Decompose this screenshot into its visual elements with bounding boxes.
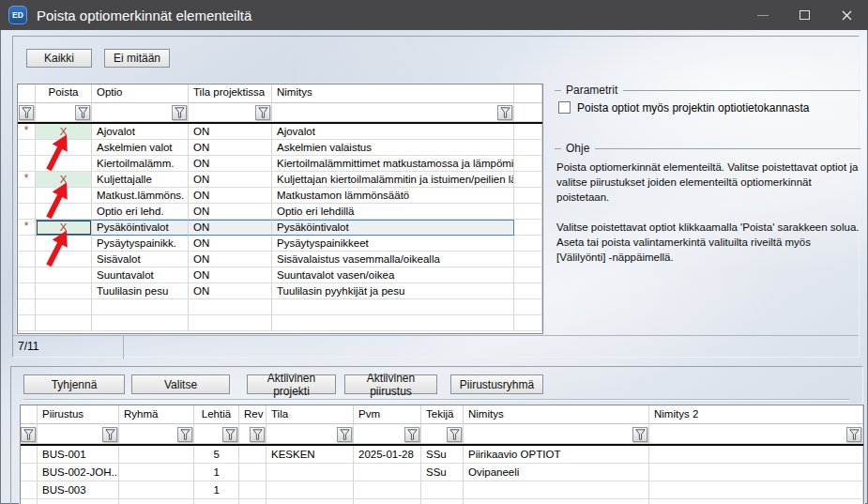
column-header[interactable]: Nimitys xyxy=(272,84,514,103)
row-marker[interactable]: * xyxy=(18,124,36,140)
table-cell[interactable] xyxy=(18,283,36,299)
table-cell[interactable] xyxy=(18,188,36,204)
filter-cell[interactable] xyxy=(38,424,119,444)
table-cell[interactable] xyxy=(119,481,194,499)
filter-button[interactable] xyxy=(222,427,237,442)
table-cell[interactable]: Kiertoilmalämmittimet matkustamossa ja l… xyxy=(272,156,514,172)
column-header[interactable]: Poista xyxy=(36,84,92,103)
row-marker[interactable]: * xyxy=(18,172,36,188)
table-cell[interactable]: Pysäköintivalot xyxy=(92,220,189,236)
table-cell[interactable]: Optio eri lehd. xyxy=(92,204,189,220)
filter-cell[interactable] xyxy=(21,424,38,444)
minimize-button[interactable] xyxy=(741,0,784,30)
table-cell[interactable] xyxy=(18,156,36,172)
table-cell[interactable] xyxy=(354,464,421,481)
select-button[interactable]: Valitse xyxy=(131,374,230,394)
table-cell[interactable]: Pysäytyspainikk. xyxy=(92,236,189,252)
table-cell[interactable] xyxy=(18,252,36,267)
close-button[interactable] xyxy=(826,0,868,30)
table-cell[interactable] xyxy=(18,236,36,252)
filter-cell[interactable] xyxy=(239,424,266,444)
table-cell[interactable]: BUS-003 xyxy=(38,481,119,499)
filter-button[interactable] xyxy=(102,427,117,442)
table-cell[interactable]: ON xyxy=(189,156,272,172)
active-project-button[interactable]: Aktiivinen projekti xyxy=(247,374,336,394)
table-cell[interactable]: Kiertoilmalämm. xyxy=(92,156,189,172)
delete-options-checkbox[interactable] xyxy=(558,101,571,114)
table-cell[interactable]: 2025-01-28 xyxy=(354,446,421,464)
table-cell[interactable]: 1 xyxy=(194,481,239,499)
column-header[interactable]: Lehtiä xyxy=(194,405,239,424)
column-header[interactable]: Nimitys xyxy=(464,405,649,424)
column-header[interactable]: Tila xyxy=(266,405,354,424)
table-cell[interactable]: ON xyxy=(189,252,272,267)
table-cell[interactable]: Sisävalot xyxy=(92,252,189,267)
filter-button[interactable] xyxy=(177,427,192,442)
table-cell[interactable] xyxy=(266,481,354,499)
table-cell[interactable]: BUS-001 xyxy=(38,446,119,464)
table-cell[interactable]: ON xyxy=(189,283,272,299)
table-cell[interactable]: Suuntavalot vasen/oikea xyxy=(272,267,514,283)
table-cell[interactable]: ON xyxy=(189,188,272,204)
drawing-group-button[interactable]: Piirustusryhmä xyxy=(450,374,543,394)
table-cell[interactable]: ON xyxy=(189,220,272,236)
table-cell[interactable] xyxy=(421,481,464,499)
table-cell[interactable] xyxy=(649,464,863,481)
table-cell[interactable]: ON xyxy=(189,172,272,188)
table-cell[interactable]: ON xyxy=(189,267,272,283)
table-cell[interactable]: Ajovalot xyxy=(272,124,514,140)
row-marker[interactable]: * xyxy=(18,220,36,236)
filter-button[interactable] xyxy=(497,105,512,120)
column-header[interactable]: Rev xyxy=(239,405,266,424)
table-cell[interactable]: Tuulilasin pyyhkijät ja pesu xyxy=(272,283,514,299)
filter-cell[interactable] xyxy=(464,424,649,444)
filter-cell[interactable] xyxy=(421,424,464,444)
table-cell[interactable] xyxy=(354,481,421,499)
filter-button[interactable] xyxy=(172,105,187,120)
table-cell[interactable]: Pysäköintivalot xyxy=(272,220,514,236)
filter-cell[interactable] xyxy=(194,424,239,444)
select-all-button[interactable]: Kaikki xyxy=(26,49,92,68)
table-cell[interactable] xyxy=(239,464,266,481)
column-header[interactable]: Tila projektissa xyxy=(189,84,272,103)
table-cell[interactable]: Tuulilasin pesu xyxy=(92,283,189,299)
table-cell[interactable]: Ovipaneeli xyxy=(464,464,649,481)
table-cell[interactable]: Ajovalot xyxy=(92,124,189,140)
table-cell[interactable]: ON xyxy=(189,204,272,220)
filter-button[interactable] xyxy=(250,427,265,442)
table-cell[interactable]: ON xyxy=(189,140,272,156)
column-header[interactable]: Optio xyxy=(92,84,189,103)
table-cell[interactable]: 5 xyxy=(194,446,239,464)
table-cell[interactable]: Optio eri lehdillä xyxy=(272,204,514,220)
column-header[interactable]: Nimitys 2 xyxy=(649,405,863,424)
table-cell[interactable]: 1 xyxy=(194,464,239,481)
filter-button[interactable] xyxy=(19,105,34,120)
table-cell[interactable]: Askelmien valot xyxy=(92,140,189,156)
table-cell[interactable] xyxy=(239,481,266,499)
table-cell[interactable]: Kuljettajalle xyxy=(92,172,189,188)
table-cell[interactable]: ON xyxy=(189,236,272,252)
table-cell[interactable]: SSu xyxy=(421,464,464,481)
clear-button[interactable]: Tyhjennä xyxy=(23,374,125,394)
table-cell[interactable]: Suuntavalot xyxy=(92,267,189,283)
filter-cell[interactable] xyxy=(36,103,92,122)
table-cell[interactable] xyxy=(649,481,863,499)
maximize-button[interactable] xyxy=(784,0,826,30)
filter-cell[interactable] xyxy=(649,424,863,444)
table-cell[interactable]: SSu xyxy=(421,446,464,464)
table-cell[interactable] xyxy=(239,446,266,464)
column-header[interactable]: Piirustus xyxy=(38,405,119,424)
filter-button[interactable] xyxy=(447,427,462,442)
table-cell[interactable] xyxy=(18,140,36,156)
table-cell[interactable]: Matkust.lämmöns. xyxy=(92,188,189,204)
table-cell[interactable]: KESKEN xyxy=(266,446,354,464)
table-cell[interactable]: ON xyxy=(189,124,272,140)
table-cell[interactable] xyxy=(119,464,194,481)
filter-button[interactable] xyxy=(404,427,419,442)
table-cell[interactable]: Sisävalaistus vasemmalla/oikealla xyxy=(272,252,514,267)
table-cell[interactable] xyxy=(266,464,354,481)
delete-mark-cell[interactable] xyxy=(36,283,92,299)
table-cell[interactable]: Askelmien valaistus xyxy=(272,140,514,156)
table-cell[interactable]: Matkustamon lämmönsäätö xyxy=(272,188,514,204)
table-cell[interactable] xyxy=(21,446,38,464)
